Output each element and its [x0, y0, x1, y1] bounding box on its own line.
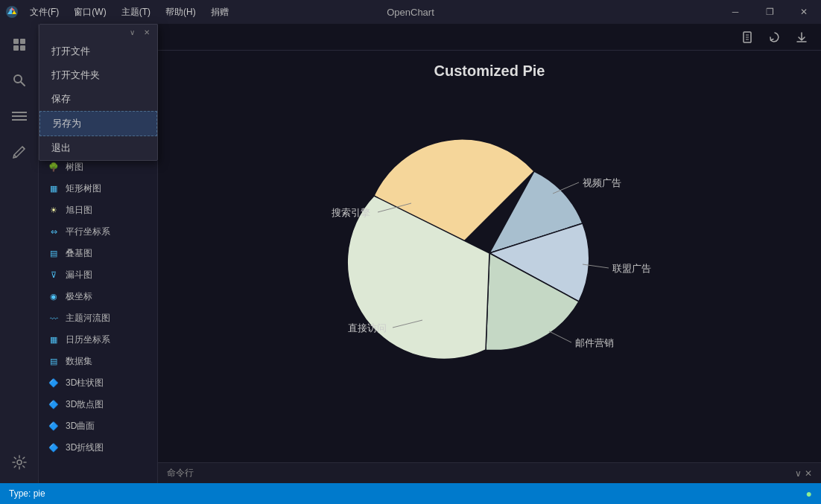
- svg-rect-1: [13, 39, 19, 44]
- sidebar-icon-files[interactable]: [4, 30, 34, 60]
- dropdown-header: ∨ ✕: [39, 25, 157, 39]
- statusbar: Type: pie ●: [0, 483, 821, 504]
- treemap-icon: ▦: [48, 185, 60, 194]
- status-right: ●: [806, 488, 812, 500]
- dataset-icon: ▤: [48, 357, 60, 366]
- pie-svg: 搜索引擎 视频广告 联盟广告 邮件营销 直接访问: [296, 115, 683, 383]
- app-icon: [0, 0, 24, 24]
- sidebar-icon-menu[interactable]: [4, 101, 34, 131]
- chart-list-item-sunburst[interactable]: ☀ 旭日图: [39, 200, 157, 221]
- chart-list-item-funnel[interactable]: ⊽ 漏斗图: [39, 264, 157, 286]
- label-text-alliance: 联盟广告: [612, 263, 651, 274]
- cmdline: 命令行 ∨ ✕: [158, 462, 821, 483]
- menu-save[interactable]: 保存: [39, 87, 157, 111]
- chart-toolbar: [158, 24, 821, 51]
- refresh-button[interactable]: [764, 27, 785, 48]
- chart-list-item-3dsurface[interactable]: 🔷 3D曲面: [39, 415, 157, 437]
- stack-icon: ▤: [48, 249, 60, 258]
- window-controls: ─ ❐ ✕: [718, 0, 821, 24]
- restore-button[interactable]: ❐: [752, 0, 787, 24]
- close-button[interactable]: ✕: [787, 0, 821, 24]
- dropdown-collapse-btn[interactable]: ∨: [126, 26, 138, 38]
- calendar-icon: ▦: [48, 336, 60, 345]
- new-file-button[interactable]: [738, 27, 758, 48]
- menu-bar: 文件(F) 窗口(W) 主题(T) 帮助(H) 捐赠: [24, 3, 718, 22]
- menu-theme[interactable]: 主题(T): [115, 3, 156, 22]
- download-button[interactable]: [791, 27, 812, 48]
- funnel-icon: ⊽: [48, 271, 60, 280]
- menu-exit[interactable]: 退出: [39, 136, 157, 160]
- cmdline-close-button[interactable]: ✕: [805, 468, 812, 479]
- cmdline-actions: ∨ ✕: [795, 468, 812, 479]
- svg-line-6: [21, 82, 25, 86]
- pie-chart: 搜索引擎 视频广告 联盟广告 邮件营销 直接访问: [296, 115, 683, 398]
- chart-list-item-parallel[interactable]: ⇔ 平行坐标系: [39, 221, 157, 243]
- menu-window[interactable]: 窗口(W): [68, 3, 112, 22]
- svg-rect-4: [20, 45, 25, 51]
- chart-title: Customized Pie: [434, 63, 545, 80]
- label-text-direct: 直接访问: [348, 322, 387, 334]
- label-text-email: 邮件营销: [575, 337, 614, 348]
- sidebar-icon-search[interactable]: [4, 66, 34, 95]
- content-area: Customized Pie 搜索引擎: [158, 24, 821, 483]
- chart-list-item-themeriver[interactable]: 〰 主题河流图: [39, 307, 157, 329]
- minimize-button[interactable]: ─: [718, 0, 752, 24]
- status-type-label: Type: pie: [9, 488, 45, 499]
- chart-list-item-dataset[interactable]: ▤ 数据集: [39, 351, 157, 372]
- tree-icon: 🌳: [48, 163, 60, 172]
- menu-open-folder[interactable]: 打开文件夹: [39, 63, 157, 87]
- label-line-email: [549, 331, 571, 342]
- menu-save-as[interactable]: 另存为: [39, 111, 157, 136]
- chart-list-item-calendar[interactable]: ▦ 日历坐标系: [39, 329, 157, 351]
- 3dscatter-icon: 🔷: [48, 401, 60, 409]
- cmdline-label: 命令行: [167, 467, 194, 479]
- cmdline-collapse-button[interactable]: ∨: [795, 468, 802, 479]
- file-dropdown-menu: ∨ ✕ 打开文件 打开文件夹 保存 另存为 退出: [39, 24, 158, 161]
- menu-help[interactable]: 帮助(H): [159, 3, 202, 22]
- svg-point-10: [17, 460, 22, 465]
- 3dbar-icon: 🔷: [48, 379, 60, 388]
- sidebar-icon-settings[interactable]: [4, 447, 34, 477]
- themeriver-icon: 〰: [48, 314, 60, 323]
- menu-donate[interactable]: 捐赠: [205, 3, 235, 22]
- chart-list-item-3dbar[interactable]: 🔷 3D柱状图: [39, 372, 157, 394]
- chart-list-item-polar[interactable]: ◉ 极坐标: [39, 286, 157, 307]
- chart-list-item-stack[interactable]: ▤ 叠基图: [39, 243, 157, 264]
- label-text-search: 搜索引擎: [332, 207, 370, 218]
- sunburst-icon: ☀: [48, 206, 60, 215]
- parallel-icon: ⇔: [48, 228, 60, 237]
- status-indicator: ●: [806, 488, 812, 500]
- menu-file[interactable]: 文件(F): [24, 3, 65, 22]
- 3dsurface-icon: 🔷: [48, 422, 60, 431]
- chart-list-item-3dline[interactable]: 🔷 3D折线图: [39, 437, 157, 459]
- chart-area: Customized Pie 搜索引擎: [158, 51, 821, 462]
- app-title: OpenChart: [387, 7, 434, 18]
- polar-icon: ◉: [48, 293, 60, 302]
- svg-rect-3: [13, 45, 19, 51]
- chart-list-item-treemap[interactable]: ▦ 矩形树图: [39, 178, 157, 200]
- chart-list-item-3dscatter[interactable]: 🔷 3D散点图: [39, 394, 157, 415]
- svg-rect-2: [20, 39, 25, 44]
- dropdown-close-btn[interactable]: ✕: [141, 26, 153, 38]
- label-text-video: 视频广告: [583, 177, 621, 188]
- 3dline-icon: 🔷: [48, 444, 60, 453]
- sidebar: [0, 24, 39, 483]
- sidebar-icon-edit[interactable]: [4, 137, 34, 167]
- titlebar: 文件(F) 窗口(W) 主题(T) 帮助(H) 捐赠 OpenChart ─ ❐…: [0, 0, 821, 24]
- menu-open-file[interactable]: 打开文件: [39, 39, 157, 63]
